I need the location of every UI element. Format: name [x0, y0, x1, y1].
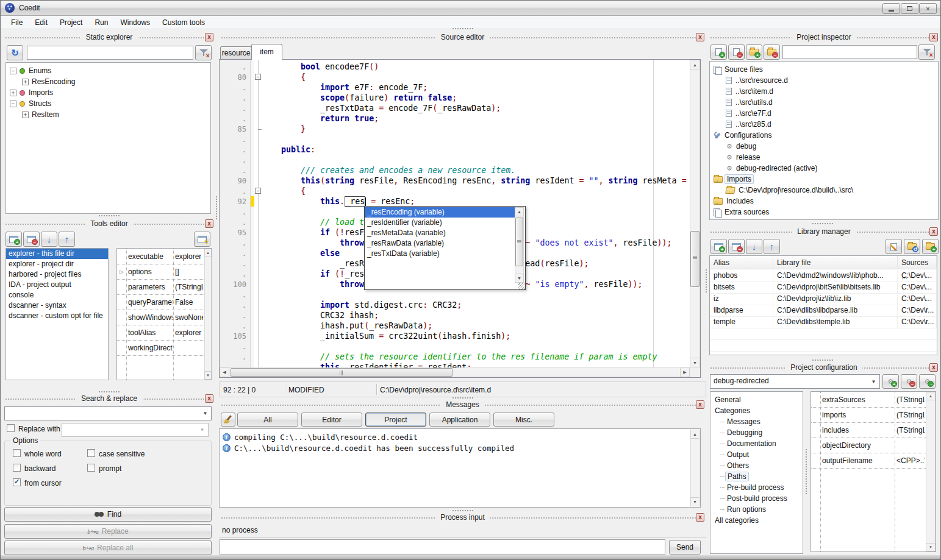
process-input-field[interactable] [220, 539, 665, 555]
tool-properties-grid[interactable]: executableexploreroptions[]parameters(TS… [116, 248, 212, 380]
move-tool-down-button[interactable]: ↓ [41, 232, 57, 247]
menu-windows[interactable]: Windows [115, 17, 156, 28]
backward-checkbox[interactable] [13, 464, 21, 472]
tree-item[interactable]: debug-redirected (active) [710, 163, 938, 174]
remove-file-button[interactable]: − [728, 44, 745, 60]
category-item[interactable]: Categories [710, 405, 803, 416]
property-value[interactable]: False [175, 298, 203, 307]
category-item[interactable]: Paths [710, 471, 803, 482]
scroll-down-icon[interactable]: ▼ [690, 497, 699, 506]
message-row[interactable]: iC:\...\build\resource.d.coedit has been… [223, 444, 514, 453]
tool-item[interactable]: dscanner - syntax [6, 300, 108, 311]
tree-item[interactable]: ..\src\utils.d [710, 97, 938, 108]
scroll-down-icon[interactable]: ▼ [690, 358, 700, 367]
table-cell[interactable]: C:\Dev\dproj\bitSet\lib\bitsets.lib [773, 282, 898, 293]
splitter-handle[interactable] [452, 509, 474, 512]
configuration-properties-grid[interactable]: extraSources(TStringLimports(TStringLinc… [810, 391, 936, 552]
close-panel-icon[interactable]: x [929, 363, 938, 372]
completion-item[interactable]: _resEncoding (variable) [365, 207, 516, 218]
symbol-tree[interactable]: −Enums+ResEncoding+Imports−Structs+ResIt… [5, 62, 211, 214]
scroll-up-icon[interactable]: ▲ [690, 60, 700, 69]
completion-item[interactable]: _resRawData (variable) [365, 238, 516, 249]
close-panel-icon[interactable]: x [929, 33, 938, 41]
table-cell[interactable]: temple [710, 316, 773, 328]
replace-button[interactable]: b↪aReplace [4, 524, 212, 539]
table-cell[interactable]: bitsets [710, 282, 773, 293]
messages-scrollbar[interactable] [690, 430, 699, 506]
maximize-button[interactable] [901, 3, 918, 14]
category-item[interactable]: All categories [710, 515, 803, 526]
table-cell[interactable]: C:\Dev\r... [898, 305, 937, 316]
scroll-down-icon[interactable]: ▼ [515, 274, 524, 283]
category-item[interactable]: Others [710, 460, 803, 471]
remove-folder-button[interactable]: − [764, 44, 780, 60]
filter-editor-button[interactable]: Editor [301, 413, 362, 427]
minimize-button[interactable] [882, 3, 900, 14]
scroll-up-icon[interactable]: ▲ [926, 392, 936, 400]
tree-item[interactable]: Imports [710, 174, 938, 185]
menu-edit[interactable]: Edit [29, 17, 53, 28]
project-tree[interactable]: Source files..\src\resource.d..\src\item… [709, 61, 939, 220]
edit-library-button[interactable] [886, 239, 902, 254]
title-bar[interactable]: Coedit × [1, 1, 941, 16]
send-button[interactable]: Send [669, 540, 701, 555]
table-cell[interactable]: C:\Dev\r... [898, 316, 937, 328]
splitter-handle[interactable] [812, 222, 834, 225]
close-button[interactable]: × [919, 3, 937, 14]
filter-all-button[interactable]: All [237, 413, 298, 427]
add-library-folder-button[interactable]: + [922, 239, 939, 254]
refresh-button[interactable]: ↻ [7, 45, 23, 60]
property-value[interactable]: [] [175, 268, 203, 276]
tree-item[interactable]: Source files [710, 64, 938, 75]
scroll-down-icon[interactable]: ▼ [204, 371, 212, 380]
splitter-handle[interactable] [705, 269, 708, 293]
add-configuration-button[interactable]: + [882, 374, 899, 389]
close-panel-icon[interactable]: x [696, 400, 704, 409]
property-value[interactable]: (TStringL [896, 411, 925, 419]
fold-collapse-icon[interactable]: − [255, 74, 261, 80]
collapse-icon[interactable]: − [10, 101, 16, 107]
splitter-handle[interactable] [812, 359, 834, 362]
tree-item[interactable]: +ResItem [6, 109, 210, 120]
tools-list[interactable]: explorer - this file direxplorer - proje… [5, 248, 109, 380]
filter-misc-button[interactable]: Misc. [493, 413, 554, 427]
close-panel-icon[interactable]: x [929, 227, 938, 236]
splitter-handle[interactable] [452, 27, 474, 30]
menu-run[interactable]: Run [89, 17, 113, 28]
category-item[interactable]: Debugging [710, 427, 803, 438]
from-cursor-checkbox[interactable] [13, 478, 21, 486]
scroll-up-icon[interactable]: ▲ [515, 207, 524, 216]
splitter-handle[interactable] [805, 448, 808, 495]
tab-resource[interactable]: resource [220, 46, 252, 60]
search-term-combo[interactable]: ▼ [4, 406, 212, 420]
editor-hscroll-thumb[interactable] [231, 368, 453, 377]
tree-item[interactable]: ..\src\item.d [710, 86, 938, 97]
property-value[interactable]: explorer [175, 328, 203, 337]
table-cell[interactable]: C:\Dev\dproj\iz\lib\iz.lib [773, 293, 898, 305]
libraries-table[interactable]: AliasLibrary fileSources ...phobosC:\Dev… [709, 255, 937, 355]
clone-configuration-button[interactable]: → [919, 374, 936, 389]
tab-item[interactable]: item [251, 44, 282, 60]
editor-vscroll-thumb[interactable] [690, 231, 699, 287]
property-value[interactable]: explorer [175, 252, 203, 261]
inspector-filter-input[interactable] [782, 45, 917, 59]
move-tool-up-button[interactable]: ↑ [59, 232, 75, 247]
column-header[interactable]: Alias [710, 256, 773, 269]
tree-item[interactable]: C:\Dev\dproj\resource.d\build\..\src\ [710, 185, 938, 196]
library-from-project-button[interactable]: ↺ [904, 239, 920, 254]
move-library-up-button[interactable]: ↑ [764, 239, 780, 254]
category-item[interactable]: Messages [710, 416, 803, 427]
replace-term-combo[interactable]: ▼ [62, 423, 209, 437]
tree-item[interactable]: ..\src\resource.d [710, 75, 938, 86]
messages-list[interactable]: ▲ ▼ icompiling C:\...\build\resource.d.c… [219, 428, 701, 508]
scroll-right-icon[interactable]: ▶ [680, 367, 690, 377]
close-panel-icon[interactable]: x [696, 33, 704, 41]
completion-item[interactable]: _resMetaData (variable) [365, 228, 516, 238]
add-file-button[interactable]: + [710, 44, 727, 60]
popup-scroll-thumb[interactable] [515, 218, 523, 266]
filter-application-button[interactable]: Application [429, 413, 490, 427]
tree-item[interactable]: +ResEncoding [6, 76, 210, 87]
property-value[interactable]: <CPP>..\ [896, 456, 925, 465]
message-row[interactable]: icompiling C:\...\build\resource.d.coedi… [223, 433, 418, 442]
category-item[interactable]: Pre-build process [710, 482, 803, 493]
